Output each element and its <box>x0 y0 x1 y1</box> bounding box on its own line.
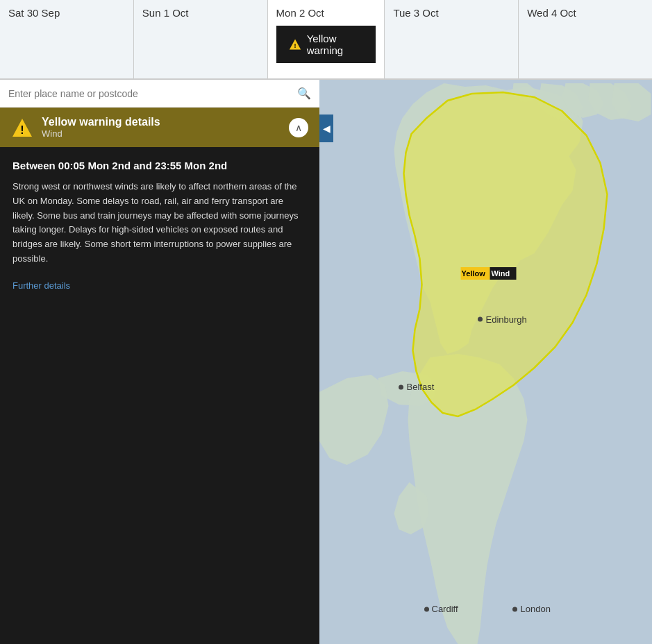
svg-text:!: ! <box>294 42 296 49</box>
date-label-wed4oct: Wed 4 Oct <box>527 7 576 19</box>
warning-header-left: ! Yellow warning details Wind <box>11 116 160 139</box>
svg-text:Wind: Wind <box>492 269 510 278</box>
svg-text:Yellow: Yellow <box>462 269 486 278</box>
date-cell-wed4oct[interactable]: Wed 4 Oct <box>519 0 652 78</box>
date-cell-mon2oct[interactable]: Mon 2 Oct ! Yellow warning <box>268 0 385 78</box>
svg-point-7 <box>399 385 403 390</box>
date-cell-tue3oct[interactable]: Tue 3 Oct <box>385 0 519 78</box>
chevron-up-icon: ∧ <box>295 122 302 133</box>
warning-badge: ! Yellow warning <box>276 26 376 63</box>
warning-details: Between 00:05 Mon 2nd and 23:55 Mon 2nd … <box>0 147 319 644</box>
search-icon[interactable]: 🔍 <box>297 87 311 100</box>
chevron-left-icon: ◀ <box>323 123 331 134</box>
svg-point-11 <box>512 607 517 612</box>
svg-text:London: London <box>521 604 551 614</box>
date-label-tue3oct: Tue 3 Oct <box>393 7 438 19</box>
collapse-panel-button[interactable]: ◀ <box>319 115 333 142</box>
warning-header-text: Yellow warning details Wind <box>42 116 160 139</box>
svg-point-9 <box>424 607 429 612</box>
search-input[interactable] <box>8 88 297 99</box>
date-cell-sat30sep[interactable]: Sat 30 Sep <box>0 0 134 78</box>
warning-badge-label: Yellow warning <box>307 33 364 56</box>
further-details-link[interactable]: Further details <box>12 280 70 291</box>
svg-text:Edinburgh: Edinburgh <box>486 314 527 325</box>
warning-header: ! Yellow warning details Wind ∧ <box>0 108 319 147</box>
date-header: Sat 30 Sep Sun 1 Oct Mon 2 Oct ! Yellow … <box>0 0 652 80</box>
date-cell-sun1oct[interactable]: Sun 1 Oct <box>134 0 268 78</box>
date-label-mon2oct: Mon 2 Oct <box>268 0 333 26</box>
warning-time-range: Between 00:05 Mon 2nd and 23:55 Mon 2nd <box>12 160 307 171</box>
svg-point-5 <box>478 317 483 322</box>
warning-subtitle: Wind <box>42 128 160 139</box>
search-bar: 🔍 <box>0 80 319 108</box>
date-label-sun1oct: Sun 1 Oct <box>142 7 189 19</box>
map-svg: Edinburgh Belfast Cardiff London Yellow … <box>319 80 652 644</box>
svg-text:Belfast: Belfast <box>407 382 435 392</box>
warning-triangle-icon: ! <box>289 37 301 52</box>
svg-text:Cardiff: Cardiff <box>432 604 458 614</box>
collapse-warning-button[interactable]: ∧ <box>289 118 308 137</box>
date-label-sat30sep: Sat 30 Sep <box>8 7 60 19</box>
warning-description: Strong west or northwest winds are likel… <box>12 180 307 266</box>
map-area: Edinburgh Belfast Cardiff London Yellow … <box>319 80 652 644</box>
warning-triangle-large-icon: ! <box>11 117 33 139</box>
svg-text:!: ! <box>20 124 24 136</box>
warning-title: Yellow warning details <box>42 116 160 128</box>
main-content: 🔍 ◀ ! Yellow warning details Wind ∧ <box>0 80 652 644</box>
left-panel: 🔍 ◀ ! Yellow warning details Wind ∧ <box>0 80 319 644</box>
